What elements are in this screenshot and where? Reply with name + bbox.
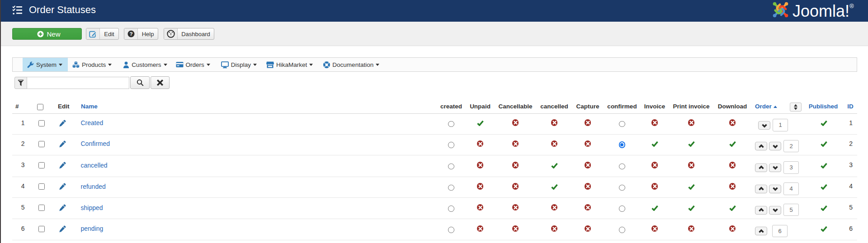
svg-text:?: ? [129, 31, 132, 37]
